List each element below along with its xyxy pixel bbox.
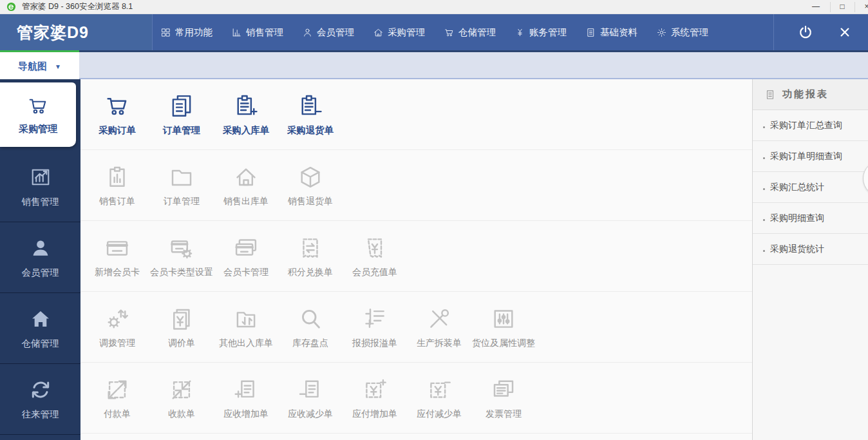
row-warehouse: 调拨管理 调价单 其他出入库单 库存盘点 报损报溢单 xyxy=(80,292,752,363)
grid-item-stocktaking[interactable]: 库存盘点 xyxy=(278,305,343,349)
grid-item-label: 报损报溢单 xyxy=(352,338,397,349)
menu-item-label: 会员管理 xyxy=(317,26,354,39)
grid-item-label: 销售退货单 xyxy=(288,196,333,207)
grid-item-member-card-type-settings[interactable]: 会员卡类型设置 xyxy=(149,234,214,278)
grid-item-new-member-card[interactable]: 新增会员卡 xyxy=(85,234,149,278)
sidebar-item-label: 会员管理 xyxy=(22,267,59,279)
menu-item-warehouse[interactable]: 仓储管理 xyxy=(444,26,496,39)
grid-item-order-management[interactable]: 订单管理 xyxy=(149,92,214,137)
grid-item-invoice-management[interactable]: 发票管理 xyxy=(471,376,536,420)
minimize-button[interactable]: — xyxy=(804,0,827,14)
menu-item-label: 销售管理 xyxy=(246,26,283,39)
row-purchase: 采购订单 订单管理 采购入库单 采购退货单 xyxy=(80,79,752,150)
grid-item-transfer-management[interactable]: 调拨管理 xyxy=(85,305,149,349)
grid-item-member-recharge[interactable]: 会员充值单 xyxy=(343,234,407,278)
grid-item-loss-overflow[interactable]: 报损报溢单 xyxy=(343,305,407,349)
window-title: 管家婆 D9 - 360安全浏览器 8.1 xyxy=(22,1,133,12)
grid-item-receivable-increase[interactable]: 应收增加单 xyxy=(214,376,278,420)
grid-item-payment[interactable]: 付款单 xyxy=(85,376,149,420)
report-item-purchase-order-detail[interactable]: 采购订单明细查询 xyxy=(753,141,868,172)
page-body: 采购管理 销售管理 会员管理 仓储管理 往来管理 xyxy=(0,79,868,440)
sidebar-item-sales[interactable]: 销售管理 xyxy=(0,151,80,222)
sidebar-item-contacts[interactable]: 往来管理 xyxy=(0,364,80,435)
search-icon xyxy=(297,305,324,332)
grid-item-label: 应付减少单 xyxy=(417,408,462,420)
card-gear-icon xyxy=(168,234,195,262)
grid-item-receipt[interactable]: 收款单 xyxy=(149,376,214,420)
receipt-arrows-icon xyxy=(297,234,324,262)
grid-item-points-exchange[interactable]: 积分兑换单 xyxy=(278,234,343,278)
sidebar-item-warehouse[interactable]: 仓储管理 xyxy=(0,293,80,364)
menu-item-sales[interactable]: 销售管理 xyxy=(231,26,283,39)
grid-item-label: 采购订单 xyxy=(99,124,136,137)
row-sales: 销售订单 订单管理 销售出库单 销售退货单 xyxy=(80,150,752,221)
grid-item-label: 会员充值单 xyxy=(352,267,397,278)
grid-item-sales-outbound[interactable]: 销售出库单 xyxy=(214,164,278,207)
grid-item-label: 会员卡管理 xyxy=(223,267,269,278)
maximize-button[interactable]: □ xyxy=(831,0,854,14)
report-item-purchase-return-stats[interactable]: 采购退货统计 xyxy=(753,234,868,265)
close-icon[interactable] xyxy=(838,26,851,39)
grid-item-payable-increase[interactable]: 应付增加单 xyxy=(343,376,407,420)
menu-item-purchase[interactable]: 采购管理 xyxy=(373,26,425,39)
gear-icon xyxy=(656,27,667,38)
grid-item-receivable-decrease[interactable]: 应收减少单 xyxy=(278,376,343,420)
card-icon xyxy=(104,234,131,262)
cart-icon xyxy=(26,94,50,117)
grid-item-production-assembly[interactable]: 生产拆装单 xyxy=(407,305,471,349)
row-members: 新增会员卡 会员卡类型设置 会员卡管理 积分兑换单 会员充值单 xyxy=(80,221,752,292)
menu-item-members[interactable]: 会员管理 xyxy=(302,26,354,39)
report-panel: 功能报表 采购订单汇总查询 采购订单明细查询 采购汇总统计 采购明细查询 采购退… xyxy=(752,79,868,440)
grid-item-member-card-management[interactable]: 会员卡管理 xyxy=(214,234,278,278)
report-icon xyxy=(764,89,776,100)
doc-minus-icon xyxy=(297,376,324,403)
sidebar-item-label: 销售管理 xyxy=(22,196,59,208)
bullet-dot-icon xyxy=(763,157,765,159)
report-item-label: 采购退货统计 xyxy=(770,244,824,255)
report-adjust-icon xyxy=(361,305,388,332)
menu-item-base-data[interactable]: 基础资料 xyxy=(585,26,637,39)
report-item-purchase-order-summary[interactable]: 采购订单汇总查询 xyxy=(753,110,868,141)
chevron-down-icon[interactable]: ▼ xyxy=(55,63,61,70)
module-sidebar: 采购管理 销售管理 会员管理 仓储管理 往来管理 xyxy=(0,79,80,440)
grid-item-label: 积分兑换单 xyxy=(288,267,333,278)
grid-item-label: 库存盘点 xyxy=(292,338,328,349)
grid-item-sales-order[interactable]: 销售订单 xyxy=(85,164,149,207)
app-logo-text: 管家婆D9 xyxy=(17,22,89,43)
grid-item-label: 生产拆装单 xyxy=(417,338,462,349)
grid-item-payable-decrease[interactable]: 应付减少单 xyxy=(407,376,471,420)
grid-item-label: 调拨管理 xyxy=(99,338,135,349)
report-item-label: 采购订单明细查询 xyxy=(770,151,842,162)
grid-item-sales-return[interactable]: 销售退货单 xyxy=(278,164,343,207)
grid-icon xyxy=(160,27,171,38)
collapse-arrows-icon xyxy=(168,376,195,403)
row-contacts: 付款单 收款单 应收增加单 应收减少单 应付增加单 xyxy=(80,363,752,434)
report-item-purchase-summary[interactable]: 采购汇总统计 xyxy=(753,172,868,203)
menu-item-accounting[interactable]: 账务管理 xyxy=(514,26,567,39)
grid-item-other-inout[interactable]: 其他出入库单 xyxy=(214,305,278,349)
chart-frame-icon xyxy=(29,166,52,189)
close-button[interactable]: × xyxy=(855,0,868,14)
grid-item-price-adjustment[interactable]: 调价单 xyxy=(149,305,214,349)
grid-item-purchase-inbound[interactable]: 采购入库单 xyxy=(214,92,278,137)
clipboard-minus-icon xyxy=(297,92,324,119)
report-panel-title: 功能报表 xyxy=(782,88,829,100)
grid-item-order-management-sales[interactable]: 订单管理 xyxy=(149,164,214,207)
grid-item-label: 调价单 xyxy=(168,338,195,349)
tab-navigation-map[interactable]: 导航图 ▼ xyxy=(0,50,79,81)
report-item-purchase-detail[interactable]: 采购明细查询 xyxy=(753,203,868,234)
menu-item-common-functions[interactable]: 常用功能 xyxy=(160,26,212,39)
sidebar-item-purchase[interactable]: 采购管理 xyxy=(0,82,76,147)
grid-item-label: 应收增加单 xyxy=(223,408,269,420)
yen-box-plus-icon xyxy=(361,376,388,403)
sidebar-item-members[interactable]: 会员管理 xyxy=(0,222,80,293)
grid-item-purchase-order[interactable]: 采购订单 xyxy=(85,92,149,137)
grid-item-location-attribute-adjust[interactable]: 货位及属性调整 xyxy=(471,305,536,349)
tools-icon xyxy=(426,305,453,332)
power-icon[interactable] xyxy=(797,24,814,41)
clipboard-plus-icon xyxy=(232,92,259,119)
menu-item-system[interactable]: 系统管理 xyxy=(656,26,708,39)
grid-item-label: 订单管理 xyxy=(163,124,200,137)
grid-item-label: 发票管理 xyxy=(486,408,522,420)
grid-item-purchase-return[interactable]: 采购退货单 xyxy=(278,92,343,137)
